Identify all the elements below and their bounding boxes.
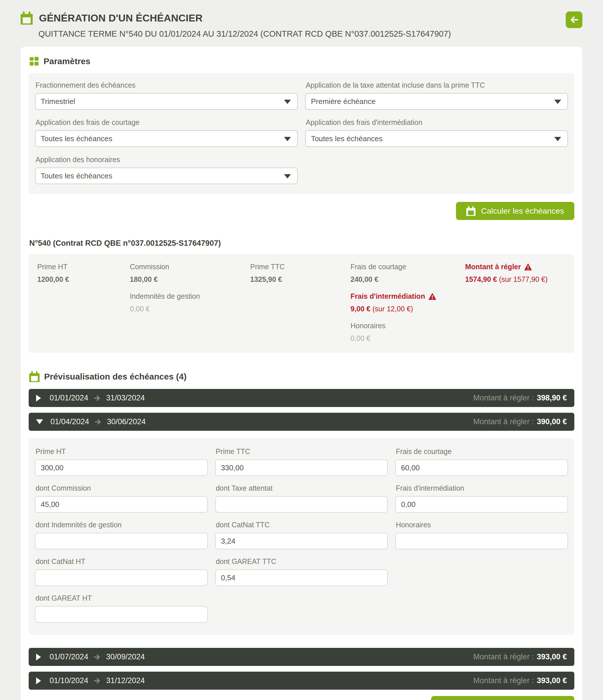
honoraires-input[interactable] [395,533,568,549]
warning-icon [429,293,436,300]
chevron-down-icon [554,137,561,141]
grid-icon [29,56,39,66]
chevron-right-icon [36,677,41,684]
frais-intermediation-select[interactable]: Toutes les échéances [305,130,568,147]
field-taxe-attentat: Application de la taxe attentat incluse … [305,81,568,110]
back-button[interactable] [566,11,582,28]
dont-catnat-ttc-input[interactable] [215,533,388,549]
prime-ttc-input[interactable] [215,459,388,476]
summary-prime-ttc: Prime TTC 1325,90 € [250,262,351,283]
dont-gareat-ht-input[interactable] [35,606,208,623]
fractionnement-select[interactable]: Trimestriel [35,93,298,110]
page-title: GÉNÉRATION D'UN ÉCHÉANCIER [39,12,202,24]
select-value: Trimestriel [41,97,75,106]
chevron-right-icon [36,654,41,660]
amount-value: 398,90 € [537,394,567,402]
chevron-down-icon [284,137,291,141]
arrow-left-icon [570,15,579,24]
select-value: Première échéance [311,97,376,106]
chevron-down-icon [284,100,291,104]
dont-commission-input[interactable] [35,496,208,513]
calculate-button-label: Calculer les échéances [481,206,564,216]
chevron-down-icon [284,174,291,178]
page-subtitle: QUITTANCE TERME N°540 DU 01/01/2024 AU 3… [39,29,582,39]
amount-label: Montant à régler : [473,394,534,402]
warning-icon [524,263,532,270]
calendar-icon [21,11,33,25]
period-start: 01/04/2024 [50,417,89,426]
field-label: Application de la taxe attentat incluse … [306,81,568,90]
summary-courtage: Frais de courtage 240,00 € [351,262,465,283]
honoraires-select[interactable]: Toutes les échéances [35,168,298,184]
select-value: Toutes les échéances [41,172,112,180]
summary-indemnites: Indemnités de gestion 0,00 € [130,292,250,313]
amount-value: 393,00 € [537,676,567,685]
period-start: 01/07/2024 [50,652,88,661]
calendar-icon [29,371,40,382]
field-label: Fractionnement des échéances [35,81,298,90]
schedule-row-2[interactable]: 01/04/2024 30/06/2024 Montant à régler :… [29,413,574,431]
previews-heading: Prévisualisation des échéances (4) [29,371,574,382]
amount-value: 390,00 € [537,417,567,426]
calendar-icon [466,206,476,216]
period-end: 30/09/2024 [106,652,145,661]
chevron-down-icon [36,419,43,424]
schedule-row-1[interactable]: 01/01/2024 31/03/2024 Montant à régler :… [29,389,574,407]
dont-taxe-attentat-input[interactable] [215,496,388,513]
amount-label: Montant à régler : [473,417,534,426]
amount-value: 393,00 € [537,652,567,661]
form-field-dont-catnat-ttc: dont CatNat TTC [215,521,388,549]
generate-all-button[interactable]: Générer toutes les échéances [431,696,574,700]
form-field-dont-gareat-ht: dont GAREAT HT [35,594,208,623]
arrow-right-icon [93,395,101,401]
chevron-down-icon [554,100,561,104]
period-end: 31/12/2024 [106,676,145,685]
form-field-prime-ht: Prime HT [35,447,208,476]
period-start: 01/10/2024 [50,676,88,685]
form-field-frais-courtage: Frais de courtage [395,447,568,476]
period-end: 30/06/2024 [107,417,146,426]
form-field-frais-intermediation: Frais d'intermédiation [395,484,568,513]
summary-commission: Commission 180,00 € [130,262,250,283]
summary-prime-ht: Prime HT 1200,00 € [37,262,130,283]
form-field-dont-catnat-ht: dont CatNat HT [35,557,208,586]
summary-intermediation: Frais d'intermédiation 9,00 € (sur 12,00… [351,292,465,313]
form-field-dont-commission: dont Commission [35,484,208,513]
schedule-row-2-form: Prime HT Prime TTC Frais de courtage don… [29,438,574,635]
arrow-right-icon [93,678,101,684]
parameters-heading: Paramètres [29,56,574,66]
schedule-row-4[interactable]: 01/10/2024 31/12/2024 Montant à régler :… [29,672,574,690]
summary-heading: N°540 (Contrat RCD QBE n°037.0012525-S17… [29,239,574,248]
frais-intermediation-input[interactable] [395,496,568,513]
form-field-dont-indemnites: dont Indemnités de gestion [35,521,208,549]
form-field-prime-ttc: Prime TTC [215,447,388,476]
summary-honoraires: Honoraires 0,00 € [351,322,465,343]
parameters-panel: Fractionnement des échéances Trimestriel… [29,73,574,194]
dont-gareat-ttc-input[interactable] [215,569,388,586]
form-field-dont-taxe-attentat: dont Taxe attentat [215,484,388,513]
dont-indemnites-input[interactable] [35,533,208,549]
amount-label: Montant à régler : [473,652,534,661]
dont-catnat-ht-input[interactable] [35,569,208,586]
field-label: Application des frais de courtage [35,118,298,127]
frais-courtage-input[interactable] [395,459,568,476]
main-card: Paramètres Fractionnement des échéances … [21,47,582,700]
calculate-button[interactable]: Calculer les échéances [456,202,575,220]
frais-courtage-select[interactable]: Toutes les échéances [35,130,298,147]
page-header: GÉNÉRATION D'UN ÉCHÉANCIER QUITTANCE TER… [21,11,582,39]
page: GÉNÉRATION D'UN ÉCHÉANCIER QUITTANCE TER… [0,0,603,700]
taxe-attentat-select[interactable]: Première échéance [305,93,568,110]
form-field-dont-gareat-ttc: dont GAREAT TTC [215,557,388,586]
field-fractionnement: Fractionnement des échéances Trimestriel [35,81,298,110]
arrow-right-icon [93,654,101,660]
select-value: Toutes les échéances [41,134,112,143]
arrow-right-icon [94,419,102,425]
schedule-row-3[interactable]: 01/07/2024 30/09/2024 Montant à régler :… [29,648,574,666]
form-field-honoraires: Honoraires [395,521,568,549]
period-end: 31/03/2024 [106,394,145,402]
field-frais-intermediation: Application des frais d'intermédiation T… [305,118,568,147]
field-label: Application des honoraires [35,155,298,164]
field-frais-courtage: Application des frais de courtage Toutes… [35,118,298,147]
prime-ht-input[interactable] [35,459,208,476]
field-honoraires: Application des honoraires Toutes les éc… [35,155,298,184]
